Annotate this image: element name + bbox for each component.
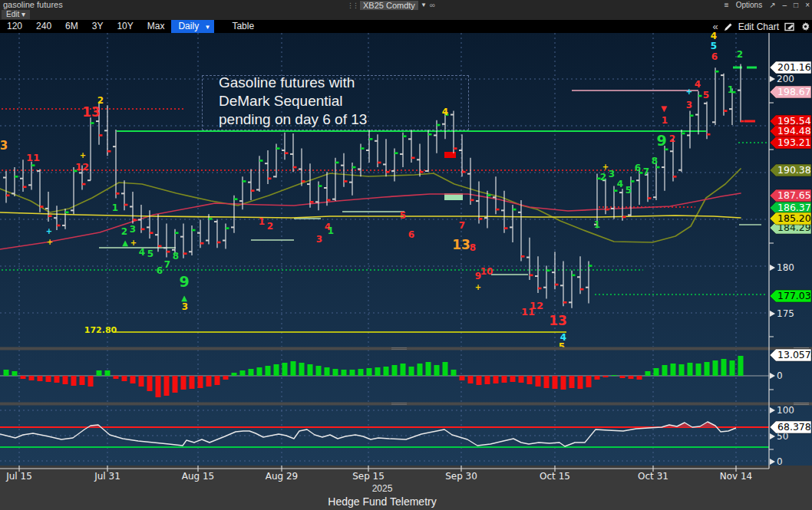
svg-text:1: 1 (112, 202, 118, 213)
svg-text:4: 4 (711, 31, 717, 41)
svg-text:100: 100 (777, 405, 794, 416)
svg-text:198.67: 198.67 (777, 86, 811, 97)
svg-text:▲: ▲ (181, 294, 187, 302)
x-axis-label: Oct 15 (540, 471, 570, 482)
svg-text:6: 6 (711, 51, 718, 62)
svg-text:4: 4 (617, 179, 623, 189)
svg-text:180: 180 (777, 262, 794, 273)
svg-text:185.20: 185.20 (777, 212, 811, 224)
svg-text:2: 2 (737, 49, 743, 60)
svg-text:3: 3 (182, 301, 188, 312)
svg-text:1: 1 (328, 225, 334, 236)
svg-text:+: + (686, 87, 692, 96)
svg-text:7: 7 (643, 166, 649, 177)
svg-text:8: 8 (652, 156, 658, 166)
svg-text:193.21: 193.21 (777, 137, 811, 148)
svg-text:+: + (475, 283, 481, 291)
svg-text:+: + (130, 239, 137, 247)
x-axis-label: Sep 30 (445, 471, 477, 482)
svg-text:4: 4 (695, 79, 701, 90)
x-axis-label: Aug 29 (266, 471, 299, 482)
svg-text:6: 6 (635, 163, 641, 173)
x-axis-label: Sep 15 (352, 471, 385, 482)
svg-text:3: 3 (609, 169, 615, 179)
svg-text:3: 3 (316, 234, 322, 245)
svg-text:7: 7 (459, 220, 465, 231)
svg-text:1: 1 (662, 115, 668, 126)
svg-text:177.03: 177.03 (777, 290, 811, 301)
svg-text:8: 8 (173, 251, 179, 262)
svg-text:13: 13 (82, 104, 101, 120)
svg-text:▼: ▼ (661, 104, 667, 113)
x-axis-label: Oct 31 (638, 471, 668, 482)
x-axis-label: Jul 31 (94, 471, 120, 482)
svg-text:▲: ▲ (122, 239, 128, 247)
svg-text:2: 2 (97, 95, 104, 106)
svg-text:5: 5 (147, 248, 153, 259)
svg-text:+: + (47, 238, 53, 246)
svg-text:186.37: 186.37 (777, 202, 811, 213)
svg-text:4: 4 (139, 247, 145, 258)
svg-text:5: 5 (626, 185, 632, 196)
svg-text:194.48: 194.48 (777, 125, 811, 137)
svg-text:13: 13 (549, 313, 567, 328)
svg-text:2: 2 (121, 226, 127, 237)
brand-label: Hedge Fund Telemetry (0, 495, 764, 508)
chart-annotation-text[interactable]: Gasoline futures withDeMark Sequentialpe… (219, 74, 449, 129)
svg-text:1: 1 (259, 216, 265, 227)
svg-text:11: 11 (26, 152, 40, 163)
svg-text:0: 0 (777, 456, 783, 467)
svg-text:172.80: 172.80 (84, 325, 117, 335)
red-box (444, 152, 456, 158)
svg-text:13.0578: 13.0578 (777, 349, 812, 360)
svg-text:+: + (80, 151, 86, 160)
svg-text:201.16: 201.16 (777, 61, 811, 73)
svg-text:5: 5 (703, 90, 709, 100)
bloomberg-chart-window: gasoline futures ⋮⋮ XB25 Comdty ▼ ∞ ≡ Op… (0, 0, 812, 510)
svg-text:8: 8 (470, 242, 476, 253)
svg-text:5: 5 (711, 41, 717, 51)
svg-text:200: 200 (777, 74, 794, 84)
svg-text:190.38: 190.38 (777, 164, 811, 176)
svg-text:2: 2 (600, 172, 606, 183)
svg-text:68.378: 68.378 (777, 421, 811, 433)
svg-text:12: 12 (530, 300, 543, 311)
svg-text:3: 3 (0, 139, 8, 153)
x-axis-label: Nov 14 (720, 471, 753, 482)
svg-text:7: 7 (164, 259, 170, 270)
svg-text:0: 0 (777, 370, 783, 381)
svg-text:187.65: 187.65 (777, 189, 811, 201)
x-axis-label: Aug 15 (182, 471, 215, 482)
svg-text:2: 2 (669, 133, 675, 144)
svg-text:6: 6 (408, 229, 414, 240)
svg-text:3: 3 (686, 100, 692, 110)
x-axis-label: Jul 15 (5, 471, 32, 482)
svg-text:10: 10 (480, 266, 493, 277)
svg-text:13: 13 (452, 237, 470, 252)
svg-text:9: 9 (656, 132, 666, 149)
svg-text:6: 6 (157, 265, 163, 276)
svg-text:175: 175 (777, 308, 794, 319)
svg-text:12: 12 (75, 161, 89, 173)
svg-text:5: 5 (400, 210, 406, 221)
axis-year-label: 2025 (0, 483, 764, 494)
svg-text:9: 9 (179, 273, 189, 290)
svg-text:+: + (46, 227, 52, 235)
svg-text:1: 1 (728, 84, 734, 95)
svg-text:1: 1 (594, 219, 600, 230)
svg-text:2: 2 (267, 221, 273, 232)
svg-text:5: 5 (559, 341, 565, 352)
svg-text:3: 3 (130, 224, 136, 235)
